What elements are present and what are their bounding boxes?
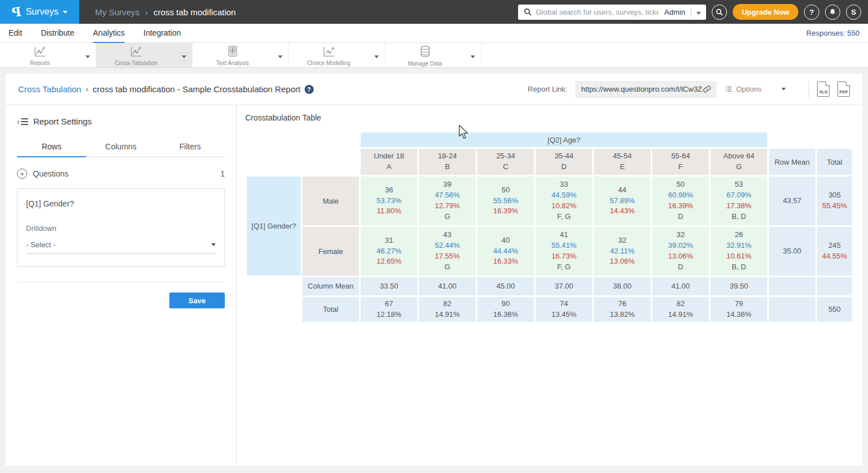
total-pct: 14.91% xyxy=(652,309,709,320)
help-button[interactable]: ? xyxy=(804,5,819,20)
toolbar-tab-dropdown[interactable] xyxy=(369,50,384,61)
avatar-initial: S xyxy=(851,8,856,16)
cell-significance: G xyxy=(419,212,476,222)
toolbar-tab-text-analysis[interactable]: Text Analysis xyxy=(193,43,289,67)
cell-count: 50 xyxy=(652,179,709,190)
notifications-button[interactable] xyxy=(825,5,840,20)
nav-item-integration[interactable]: Integration xyxy=(143,24,181,43)
search-submit-button[interactable] xyxy=(712,5,727,20)
total-count: 74 xyxy=(536,299,592,309)
column-mean-cell: 41.00 xyxy=(419,277,476,295)
total-pct: 12.18% xyxy=(361,309,417,320)
user-avatar[interactable]: S xyxy=(846,5,861,20)
toolbar-tab-cross-tabulation[interactable]: Cross-Tabulation xyxy=(96,43,193,67)
column-header: 18-24B xyxy=(419,149,476,175)
line-chart-icon xyxy=(130,46,143,59)
options-dropdown[interactable]: Options xyxy=(725,85,801,93)
cell-total-pct: 10.82% xyxy=(536,201,592,212)
responses-count: Responses: 550 xyxy=(806,29,860,37)
column-letter: G xyxy=(711,162,767,173)
export-pdf-button[interactable]: PDF xyxy=(837,81,850,97)
toolbar-tab-choice-modelling[interactable]: Choice Modelling xyxy=(289,43,385,67)
global-search-input[interactable] xyxy=(536,8,659,16)
toolbar-tab-dropdown[interactable] xyxy=(272,50,288,61)
row-label-cell: Male xyxy=(302,177,359,225)
nav-item-distribute[interactable]: Distribute xyxy=(41,24,74,43)
bell-icon xyxy=(829,8,836,16)
row-mean-cell: 43.57 xyxy=(769,177,815,225)
product-switcher-caret-icon xyxy=(63,11,67,14)
settings-tab-columns[interactable]: Columns xyxy=(86,137,155,157)
column-header: 45-54E xyxy=(594,149,651,175)
cell-column-pct: 39.02% xyxy=(652,240,709,251)
menu-icon xyxy=(21,118,28,125)
cell-count: 26 xyxy=(711,230,767,240)
crosstabulation-table: [Q2] Age?Under 18A18-24B25-34C35-44D45-5… xyxy=(245,131,854,324)
data-cell: 3242.11%13.06% xyxy=(594,227,651,276)
toolbar-tab-dropdown[interactable] xyxy=(176,50,192,61)
column-label: Under 18 xyxy=(361,151,417,162)
crosstab-panel: Crosstabulation Table [Q2] Age?Under 18A… xyxy=(237,105,862,466)
nav-item-edit[interactable]: Edit xyxy=(8,24,22,43)
data-cell: 3653.73%11.80% xyxy=(361,177,417,225)
spacer-cell xyxy=(247,132,359,147)
data-cell: 5367.09%17.38%B, D xyxy=(711,177,767,225)
toolbar-tab-reports[interactable]: Reports xyxy=(0,43,96,67)
top-navbar: P Surveys My Surveys › cross tab modific… xyxy=(0,0,868,24)
total-count: 79 xyxy=(711,299,767,309)
totals-row: Total6712.18%8214.91%9016.36%7413.45%761… xyxy=(247,297,852,322)
nav-item-analytics[interactable]: Analytics xyxy=(93,24,125,43)
product-logo[interactable]: P Surveys xyxy=(0,0,79,24)
report-link-field[interactable]: https://www.questionpro.com/t/lCw3Zc xyxy=(575,81,717,98)
breadcrumb-my-surveys[interactable]: My Surveys xyxy=(95,7,139,17)
add-question-button[interactable]: + xyxy=(17,169,27,179)
total-pct: 13.45% xyxy=(536,309,592,320)
column-label: 55-64 xyxy=(652,151,709,162)
help-icon: ? xyxy=(810,8,814,16)
column-mean-cell: 33.50 xyxy=(361,277,417,295)
data-cell: 4155.41%16.73%F, G xyxy=(536,227,592,276)
questions-count: 1 xyxy=(220,169,225,178)
cell-count: 53 xyxy=(711,179,767,190)
total-pct: 14.36% xyxy=(711,309,767,320)
settings-tab-filters[interactable]: Filters xyxy=(156,137,225,157)
data-cell: 3146.27%12.65% xyxy=(361,227,417,276)
column-total-cell: 8214.91% xyxy=(652,297,709,322)
report-settings-panel: ‹ Report Settings RowsColumnsFilters + Q… xyxy=(6,105,237,466)
column-header: Above 64G xyxy=(711,149,767,175)
top-breadcrumb: My Surveys › cross tab modification xyxy=(95,7,236,17)
export-xls-button[interactable]: XLS xyxy=(817,81,829,97)
total-header: Total xyxy=(817,149,852,175)
settings-tab-rows[interactable]: Rows xyxy=(17,137,86,157)
total-count: 76 xyxy=(594,299,651,309)
report-help-icon[interactable]: ? xyxy=(305,85,314,94)
search-scope-dropdown[interactable] xyxy=(691,7,706,17)
data-cell: 5060.98%16.39%D xyxy=(652,177,709,225)
link-icon[interactable] xyxy=(703,85,711,93)
database-icon xyxy=(420,46,430,59)
column-header: Under 18A xyxy=(361,149,417,175)
cell-column-pct: 57.89% xyxy=(594,196,651,207)
toolbar-tab-dropdown[interactable] xyxy=(465,50,481,61)
upgrade-now-button[interactable]: Upgrade Now xyxy=(733,4,798,20)
cell-count: 32 xyxy=(652,230,709,240)
settings-panel-title: Report Settings xyxy=(33,117,92,126)
data-cell: 3239.02%13.06%D xyxy=(652,227,709,276)
save-button[interactable]: Save xyxy=(169,293,225,308)
cell-column-pct: 44.59% xyxy=(536,190,592,201)
cell-count: 40 xyxy=(477,235,534,246)
drilldown-select[interactable]: - Select - xyxy=(26,240,216,254)
grand-total-cell: 550 xyxy=(817,297,852,322)
data-cell: 3947.56%12.79%G xyxy=(419,177,476,225)
toolbar-tab-label: Cross-Tabulation xyxy=(115,60,157,66)
toolbar-tab-manage-data[interactable]: Manage Data xyxy=(385,43,481,67)
breadcrumb-cross-tabulation[interactable]: Cross Tabulation xyxy=(18,84,81,94)
cell-significance: B, D xyxy=(711,262,767,273)
data-cell: 2632.91%10.61%B, D xyxy=(711,227,767,276)
total-count: 90 xyxy=(477,299,534,309)
total-count: 82 xyxy=(652,299,709,309)
breadcrumb-separator: › xyxy=(85,85,88,93)
collapse-panel-button[interactable]: ‹ xyxy=(17,117,28,126)
product-name: Surveys xyxy=(25,7,58,17)
toolbar-tab-dropdown[interactable] xyxy=(80,50,96,61)
